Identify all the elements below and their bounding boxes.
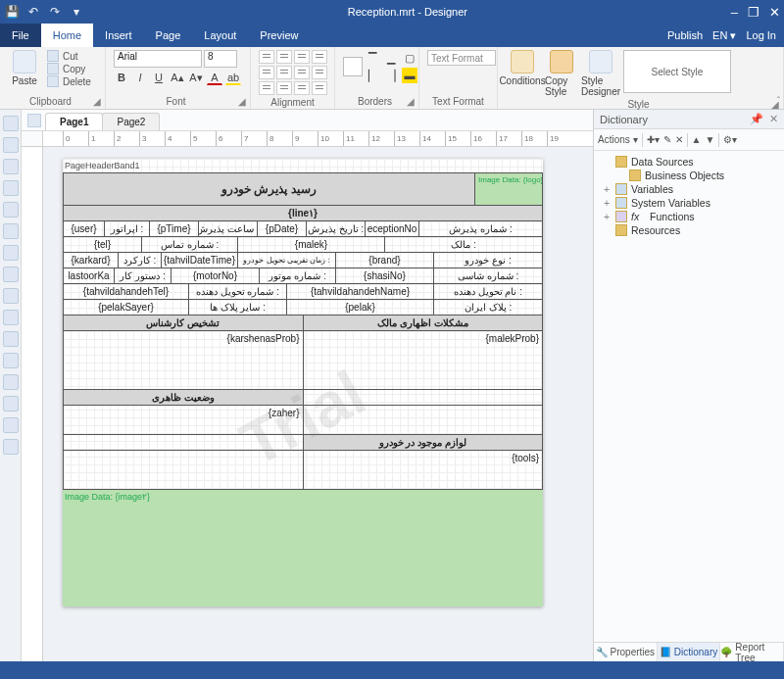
align-mr[interactable]: [294, 66, 310, 79]
pelak-val[interactable]: {pelak}: [286, 300, 433, 315]
page-tab-1[interactable]: Page1: [45, 113, 103, 130]
report-page[interactable]: PageHeaderBand1 رسید پذیرش خودرو Image D…: [63, 159, 543, 606]
sec-owner-prob[interactable]: مشکلات اظهاری مالک: [303, 315, 544, 330]
actions-dropdown[interactable]: Actions ▾: [598, 134, 638, 145]
shasi-val[interactable]: {shasiNo}: [335, 268, 433, 283]
close-button[interactable]: ✕: [769, 5, 780, 20]
tab-report-tree[interactable]: 🌳Report Tree: [720, 643, 784, 661]
align-bl[interactable]: [259, 81, 274, 95]
tool-barcode[interactable]: [3, 202, 19, 218]
plate-label[interactable]: پلاک ایران :: [433, 300, 543, 315]
oplate-label[interactable]: سایر پلاک ها :: [188, 300, 286, 315]
karshenas-val[interactable]: {karshenasProb}: [63, 331, 303, 389]
page-tab-2[interactable]: Page2: [102, 113, 160, 130]
user-val[interactable]: {user}: [63, 221, 104, 236]
type-label[interactable]: نوع خودرو :: [433, 253, 543, 267]
tab-preview[interactable]: Preview: [248, 24, 310, 47]
settings-icon[interactable]: ⚙▾: [723, 134, 737, 145]
minimize-button[interactable]: –: [731, 5, 738, 20]
restore-button[interactable]: ❐: [748, 5, 760, 20]
sec-tools[interactable]: لوازم موجود در خودرو: [303, 435, 544, 450]
tel-val[interactable]: {tel}: [63, 237, 141, 252]
up-icon[interactable]: ▲: [692, 134, 702, 145]
op-label[interactable]: اپراتور :: [104, 221, 149, 236]
recno-val[interactable]: eceptionNo: [365, 221, 418, 236]
time-label[interactable]: ساعت پذیرش :: [198, 221, 257, 236]
align-br[interactable]: [294, 81, 310, 95]
copy-style-button[interactable]: Copy Style: [545, 50, 578, 97]
login-button[interactable]: Log In: [746, 29, 776, 41]
italic-button[interactable]: I: [132, 70, 148, 85]
font-shrink-button[interactable]: A▾: [188, 70, 204, 85]
chno-label[interactable]: شماره شاسی :: [433, 268, 543, 283]
ruler-vertical[interactable]: [22, 147, 43, 661]
tab-home[interactable]: Home: [41, 24, 93, 47]
tab-insert[interactable]: Insert: [93, 24, 144, 47]
page-header-band[interactable]: PageHeaderBand1: [63, 159, 543, 172]
pdate-val[interactable]: {pDate}: [257, 221, 306, 236]
report-title[interactable]: رسید پذیرش خودرو: [63, 173, 474, 205]
tool-cross[interactable]: [3, 417, 19, 433]
language-selector[interactable]: EN ▾: [712, 29, 736, 42]
tool-text[interactable]: [3, 159, 19, 174]
border-left[interactable]: ▏: [365, 68, 380, 83]
tool-pointer[interactable]: [3, 116, 19, 131]
undo-icon[interactable]: ↶: [25, 4, 41, 20]
malekprob-val[interactable]: {malekProb}: [303, 331, 544, 389]
highlight-button[interactable]: ab: [225, 70, 241, 85]
down-icon[interactable]: ▼: [705, 134, 714, 145]
tool-map[interactable]: [3, 396, 19, 412]
tools-val[interactable]: {tools}: [303, 451, 544, 489]
malek-val[interactable]: {malek}: [237, 237, 384, 252]
publish-button[interactable]: Publish: [667, 29, 703, 41]
delete-icon[interactable]: ✕: [675, 134, 683, 145]
align-bj[interactable]: [312, 81, 327, 95]
copy-button[interactable]: Copy: [47, 63, 91, 74]
recno-label[interactable]: شماره پذیرش :: [418, 221, 543, 236]
delete-button[interactable]: Delete: [47, 75, 91, 87]
redo-icon[interactable]: ↷: [47, 4, 63, 20]
tool-panel[interactable]: [3, 245, 19, 261]
delivn-label[interactable]: نام تحویل دهنده :: [433, 284, 543, 299]
font-size-select[interactable]: 8: [204, 50, 237, 68]
align-tj[interactable]: [312, 50, 327, 64]
tab-properties[interactable]: 🔧Properties: [594, 643, 658, 661]
new-item-icon[interactable]: ✚▾: [647, 134, 660, 145]
borders-dialog-icon[interactable]: ◢: [407, 96, 415, 107]
font-dialog-icon[interactable]: ◢: [238, 96, 246, 107]
tool-zip[interactable]: [3, 331, 19, 347]
tool-hand[interactable]: [3, 137, 19, 153]
align-mc[interactable]: [276, 66, 292, 79]
logo-cell[interactable]: Image Data: {logo}: [474, 173, 543, 205]
motor-label[interactable]: شماره موتور :: [259, 268, 335, 283]
tool-image[interactable]: [3, 180, 19, 196]
owner-label[interactable]: مالک :: [384, 237, 543, 252]
tab-dictionary[interactable]: 📘Dictionary: [658, 643, 721, 661]
paste-button[interactable]: Paste: [8, 50, 41, 86]
save-icon[interactable]: 💾: [4, 4, 20, 20]
font-grow-button[interactable]: A▴: [170, 70, 185, 85]
edit-icon[interactable]: ✎: [663, 134, 671, 145]
panel-close-icon[interactable]: ✕: [769, 113, 778, 125]
align-tr[interactable]: [294, 50, 310, 64]
phone-label[interactable]: شماره تماس :: [141, 237, 237, 252]
align-ml[interactable]: [259, 66, 274, 79]
tahvtel-val[interactable]: {tahvildahandehTel}: [63, 284, 188, 299]
font-family-select[interactable]: Arial: [114, 50, 202, 68]
border-right[interactable]: ▕: [383, 68, 399, 83]
border-top[interactable]: ▔: [365, 50, 380, 66]
border-fill[interactable]: ▬: [402, 68, 417, 83]
pelaksayer-val[interactable]: {pelakSayer}: [63, 300, 188, 315]
tool-gauge[interactable]: [3, 374, 19, 390]
tool-chart[interactable]: [3, 353, 19, 368]
ribbon-collapse-icon[interactable]: ˆ: [777, 96, 780, 107]
date-label[interactable]: تاریخ پذیرش :: [306, 221, 365, 236]
border-bottom[interactable]: ▁: [383, 50, 399, 66]
order-val[interactable]: lastoorKa: [63, 268, 114, 283]
tool-checkbox[interactable]: [3, 288, 19, 304]
tab-layout[interactable]: Layout: [192, 24, 248, 47]
tool-clone[interactable]: [3, 267, 19, 282]
style-gallery[interactable]: Select Style: [623, 50, 731, 93]
align-tc[interactable]: [276, 50, 292, 64]
style-designer-button[interactable]: Style Designer: [584, 50, 617, 97]
